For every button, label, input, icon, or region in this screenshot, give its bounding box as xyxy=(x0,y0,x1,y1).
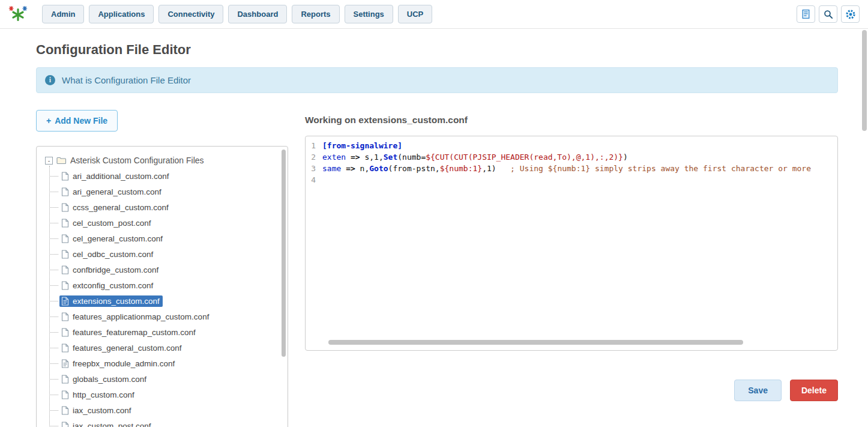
editor-horizontal-scrollbar[interactable] xyxy=(328,340,743,345)
code-line: 2exten => s,1,Set(numb=${CUT(CUT(PJSIP_H… xyxy=(306,151,837,163)
tree-item-anchor: iax_custom.conf xyxy=(59,405,134,416)
nav-tab-applications[interactable]: Applications xyxy=(89,5,154,23)
tree-item-anchor: extconfig_custom.conf xyxy=(59,280,156,291)
file-icon xyxy=(61,312,69,321)
navbar-icon-group xyxy=(797,5,860,23)
tree-item[interactable]: cel_odbc_custom.conf xyxy=(49,246,279,262)
file-icon xyxy=(61,203,69,212)
settings-gear-icon[interactable] xyxy=(841,5,860,23)
tree-root-node[interactable]: - Asterisk Custom Configuration Files xyxy=(45,153,279,168)
tree-item-label: cel_custom_post.conf xyxy=(73,219,151,228)
tree-item[interactable]: freepbx_module_admin.conf xyxy=(49,356,279,371)
line-number: 2 xyxy=(306,151,322,163)
code-text: [from-signalwire] xyxy=(322,140,402,151)
tree-item[interactable]: cel_general_custom.conf xyxy=(49,231,279,246)
delete-button[interactable]: Delete xyxy=(790,380,838,401)
tree-item-label: features_applicationmap_custom.conf xyxy=(73,312,209,321)
tree-item[interactable]: extensions_custom.conf xyxy=(49,293,279,309)
tree-item-anchor: features_applicationmap_custom.conf xyxy=(59,311,212,323)
folder-icon xyxy=(56,156,67,165)
tree-item[interactable]: extconfig_custom.conf xyxy=(49,277,279,293)
tree-item-label: iax_custom.conf xyxy=(73,406,131,415)
search-icon[interactable] xyxy=(819,5,837,23)
tree-children: ari_additional_custom.confari_general_cu… xyxy=(49,168,279,427)
file-icon xyxy=(61,390,69,399)
page-content: Configuration File Editor i What is Conf… xyxy=(0,29,868,427)
line-number: 4 xyxy=(306,174,322,186)
file-text-icon xyxy=(61,359,69,368)
file-icon xyxy=(61,422,69,427)
tree-item-label: freepbx_module_admin.conf xyxy=(73,359,175,368)
tree-item-label: confbridge_custom.conf xyxy=(73,265,158,274)
tree-item[interactable]: iax_custom.conf xyxy=(49,402,279,418)
nav-tab-reports[interactable]: Reports xyxy=(292,5,339,23)
tree-item[interactable]: features_applicationmap_custom.conf xyxy=(49,309,279,324)
plus-icon: + xyxy=(46,116,51,126)
page-title: Configuration File Editor xyxy=(36,42,838,58)
tree-item[interactable]: globals_custom.conf xyxy=(49,371,279,387)
file-icon xyxy=(61,281,69,290)
tree-item-anchor: http_custom.conf xyxy=(59,389,137,401)
tree-item-label: cel_general_custom.conf xyxy=(73,234,163,243)
file-icon xyxy=(61,265,69,274)
tree-item-label: ccss_general_custom.conf xyxy=(73,203,169,212)
tree-item-anchor: freepbx_module_admin.conf xyxy=(59,358,178,369)
tree-item[interactable]: ari_additional_custom.conf xyxy=(49,168,279,184)
tree-item[interactable]: ari_general_custom.conf xyxy=(49,184,279,199)
tree-item-label: cel_odbc_custom.conf xyxy=(73,250,153,259)
tree-collapse-toggle-icon[interactable]: - xyxy=(45,157,53,165)
tree-item-anchor: iax_custom_post.conf xyxy=(59,420,154,427)
tree-item-label: features_general_custom.conf xyxy=(73,344,182,353)
file-icon xyxy=(61,375,69,384)
info-alert-text: What is Configuration File Editor xyxy=(62,75,191,85)
editor-actions: Save Delete xyxy=(305,380,838,401)
nav-tab-admin[interactable]: Admin xyxy=(42,5,84,23)
nav-tab-connectivity[interactable]: Connectivity xyxy=(158,5,223,23)
add-new-file-button[interactable]: + Add New File xyxy=(36,110,118,132)
nav-tab-ucp[interactable]: UCP xyxy=(398,5,432,23)
top-navbar: Admin Applications Connectivity Dashboar… xyxy=(0,0,868,29)
tree-item-label: features_featuremap_custom.conf xyxy=(73,328,196,337)
language-icon[interactable] xyxy=(797,5,815,23)
tree-item[interactable]: ccss_general_custom.conf xyxy=(49,199,279,215)
line-number: 1 xyxy=(306,140,322,151)
file-icon xyxy=(61,344,69,353)
tree-item-label: extensions_custom.conf xyxy=(73,297,160,306)
tree-item-label: ari_additional_custom.conf xyxy=(73,172,169,181)
tree-item-anchor: cel_odbc_custom.conf xyxy=(59,249,156,260)
tree-item-label: globals_custom.conf xyxy=(73,375,146,384)
tree-item[interactable]: iax_custom_post.conf xyxy=(49,418,279,427)
code-area: 1[from-signalwire]2exten => s,1,Set(numb… xyxy=(306,140,837,186)
save-button[interactable]: Save xyxy=(734,380,782,401)
file-icon xyxy=(61,234,69,243)
freepbx-logo[interactable] xyxy=(8,5,28,24)
nav-tab-dashboard[interactable]: Dashboard xyxy=(228,5,287,23)
tree-item[interactable]: http_custom.conf xyxy=(49,387,279,402)
window-vertical-scrollbar[interactable] xyxy=(862,30,867,131)
info-icon: i xyxy=(45,75,55,85)
code-text: same => n,Goto(from-pstn,${numb:1},1) ; … xyxy=(322,163,811,174)
two-column-layout: + Add New File - Asterisk Custom Configu… xyxy=(36,110,838,427)
tree-scrollbar[interactable] xyxy=(282,150,286,357)
info-alert[interactable]: i What is Configuration File Editor xyxy=(36,67,838,93)
tree-item[interactable]: features_general_custom.conf xyxy=(49,340,279,356)
file-icon xyxy=(61,328,69,337)
editor-column: Working on extensions_custom.conf 1[from… xyxy=(305,110,838,427)
code-editor[interactable]: 1[from-signalwire]2exten => s,1,Set(numb… xyxy=(305,136,838,351)
tree-item-anchor: ari_general_custom.conf xyxy=(59,186,164,198)
working-on-heading: Working on extensions_custom.conf xyxy=(305,115,838,126)
tree-item-label: ari_general_custom.conf xyxy=(73,187,161,196)
tree-item[interactable]: confbridge_custom.conf xyxy=(49,262,279,277)
code-line: 4 xyxy=(306,174,837,186)
tree-item[interactable]: features_featuremap_custom.conf xyxy=(49,324,279,340)
tree-item-anchor: globals_custom.conf xyxy=(59,374,149,385)
tree-item[interactable]: cel_custom_post.conf xyxy=(49,215,279,231)
tree-item-anchor: cel_general_custom.conf xyxy=(59,233,166,244)
tree-item-label: http_custom.conf xyxy=(73,390,134,399)
tree-item-anchor: extensions_custom.conf xyxy=(59,295,163,307)
tree-item-anchor: confbridge_custom.conf xyxy=(59,264,161,276)
file-text-icon xyxy=(61,297,69,306)
file-icon xyxy=(61,187,69,196)
tree-item-anchor: ari_additional_custom.conf xyxy=(59,171,172,182)
nav-tab-settings[interactable]: Settings xyxy=(345,5,393,23)
